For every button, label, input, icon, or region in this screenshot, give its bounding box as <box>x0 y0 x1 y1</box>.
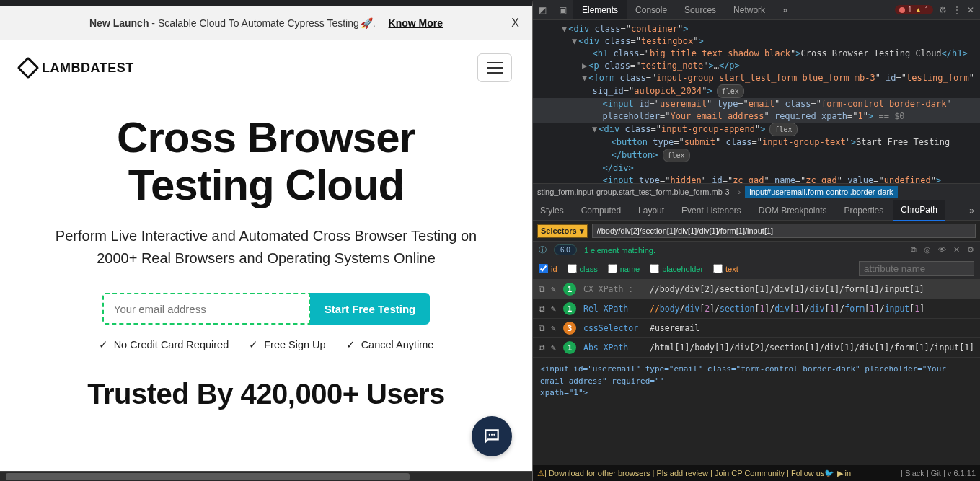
copy-icon[interactable]: ⧉ <box>539 304 545 314</box>
edit-icon[interactable]: ✎ <box>551 323 556 333</box>
match-badge: 1 <box>563 302 576 315</box>
feature-free-signup: Free Sign Up <box>249 339 325 350</box>
attribute-name-input[interactable] <box>859 261 974 276</box>
settings-gear-icon[interactable]: ⚙ <box>939 5 947 15</box>
logo-mark-icon <box>17 56 39 79</box>
subtab-event-listeners[interactable]: Event Listeners <box>674 200 749 221</box>
copy-icon[interactable]: ⧉ <box>539 343 545 353</box>
hero-subtitle: Perform Live Interactive and Automated C… <box>29 225 503 270</box>
chat-icon <box>482 427 501 446</box>
more-menu-icon[interactable]: ⋮ <box>953 5 961 15</box>
hero-section: Cross Browser Testing Cloud Perform Live… <box>0 89 532 410</box>
info-icon[interactable]: ⓘ <box>539 244 547 255</box>
announcement-banner: New Launch - Scalable Cloud To Automate … <box>0 6 532 40</box>
subtab-more-icon[interactable]: » <box>963 206 980 216</box>
subtab-computed[interactable]: Computed <box>574 200 628 221</box>
row-abs-xpath[interactable]: ⧉✎ 1 Abs XPath /html[1]/body[1]/div[2]/s… <box>533 338 980 358</box>
version-pill: 6.0 <box>554 244 577 255</box>
trusted-by-heading: Trusted By 420,000+ Users <box>29 378 503 410</box>
dom-breadcrumb[interactable]: sting_form.input-group.start_test_form.b… <box>533 183 980 200</box>
top-nav: LAMBDATEST <box>0 40 532 89</box>
chk-text[interactable]: text <box>713 264 738 273</box>
subtab-styles[interactable]: Styles <box>533 200 571 221</box>
elements-subtabs: Styles Computed Layout Event Listeners D… <box>533 200 980 221</box>
chk-name[interactable]: name <box>608 264 640 273</box>
email-input[interactable] <box>102 293 310 325</box>
chat-fab-button[interactable] <box>472 416 512 456</box>
selectors-table: ⧉✎ 1 CX XPath : //body/div[2]/section[1]… <box>533 280 980 358</box>
dom-selected-node[interactable]: <input id="useremail" type="email" class… <box>533 98 980 110</box>
copy-icon[interactable]: ⧉ <box>539 284 545 294</box>
xpath-input[interactable] <box>592 224 976 238</box>
tab-more[interactable]: » <box>774 0 796 19</box>
twitter-icon[interactable]: 🐦 <box>824 469 834 478</box>
svg-point-0 <box>489 434 490 436</box>
chropath-footer: ⚠ | Download for other browsers | Pls ad… <box>533 465 980 481</box>
website-pane: New Launch - Scalable Cloud To Automate … <box>0 0 533 481</box>
tools-icon[interactable]: ✕ <box>953 245 960 255</box>
match-badge: 1 <box>563 341 576 354</box>
subtab-dom-breakpoints[interactable]: DOM Breakpoints <box>751 200 834 221</box>
devtools-tabs: Elements Console Sources Network » <box>573 0 796 19</box>
scrollbar-thumb[interactable] <box>6 473 410 480</box>
hamburger-icon <box>487 67 503 69</box>
matching-count: 1 element matching. <box>584 246 655 255</box>
menu-toggle-button[interactable] <box>477 53 512 82</box>
row-rel-xpath[interactable]: ⧉✎ 1 Rel XPath //body/div[2]/section[1]/… <box>533 299 980 319</box>
match-badge: 1 <box>563 283 576 296</box>
know-more-link[interactable]: Know More <box>389 17 443 29</box>
rocket-icon: 🚀 <box>361 17 373 29</box>
device-toggle-icon[interactable]: ▣ <box>553 5 572 15</box>
youtube-icon[interactable]: ▶ <box>837 469 843 478</box>
error-badge[interactable]: 1 ▲1 <box>895 5 933 14</box>
breadcrumb-selected[interactable]: input#useremail.form-control.border-dark <box>745 186 897 198</box>
subtab-layout[interactable]: Layout <box>631 200 671 221</box>
svg-point-1 <box>491 434 493 436</box>
dom-tree[interactable]: ▼<div class="container"> ▼<div class="te… <box>533 20 980 183</box>
hero-title: Cross Browser Testing Cloud <box>29 114 503 209</box>
chk-placeholder[interactable]: placeholder <box>650 264 703 273</box>
copy-icon[interactable]: ⧉ <box>539 323 545 333</box>
close-devtools-icon[interactable]: ✕ <box>967 5 974 15</box>
start-free-testing-button[interactable]: Start Free Testing <box>310 293 430 325</box>
selectors-dropdown[interactable]: Selectors <box>537 224 588 238</box>
horizontal-scrollbar[interactable] <box>0 471 532 481</box>
linkedin-icon[interactable]: in <box>845 469 852 477</box>
record-icon[interactable]: ◎ <box>924 245 931 255</box>
feature-row: No Credit Card Required Free Sign Up Can… <box>29 339 503 350</box>
tab-sources[interactable]: Sources <box>676 0 725 19</box>
attribute-filter-row: id class name placeholder text <box>533 258 980 280</box>
devtools-toolbar: ◩ ▣ Elements Console Sources Network » 1… <box>533 0 980 20</box>
match-badge: 3 <box>563 322 576 335</box>
svg-point-2 <box>493 434 495 436</box>
feature-cancel: Cancel Anytime <box>346 339 434 350</box>
subtab-properties[interactable]: Properties <box>837 200 891 221</box>
brand-logo[interactable]: LAMBDATEST <box>20 60 134 76</box>
rel-xpath-value: //body/div[2]/section[1]/div[1]/div[1]/f… <box>650 304 924 314</box>
devtools-pane: ◩ ▣ Elements Console Sources Network » 1… <box>533 0 980 481</box>
subtab-chropath[interactable]: ChroPath <box>893 200 945 221</box>
edit-icon[interactable]: ✎ <box>551 304 556 314</box>
gear-icon[interactable]: ⚙ <box>967 245 974 255</box>
edit-icon[interactable]: ✎ <box>551 284 556 294</box>
signup-form: Start Free Testing <box>29 293 503 325</box>
chropath-panel: Selectors ⓘ 6.0 1 element matching. ⧉ ◎ … <box>533 221 980 481</box>
tab-console[interactable]: Console <box>627 0 676 19</box>
tab-network[interactable]: Network <box>725 0 774 19</box>
chk-id[interactable]: id <box>539 264 557 273</box>
eye-icon[interactable]: 👁 <box>938 245 946 255</box>
banner-close-button[interactable]: X <box>511 17 519 30</box>
row-css-selector[interactable]: ⧉✎ 3 cssSelector #useremail <box>533 319 980 338</box>
row-cx-xpath[interactable]: ⧉✎ 1 CX XPath : //body/div[2]/section[1]… <box>533 280 980 299</box>
brand-text: LAMBDATEST <box>42 61 134 76</box>
tab-elements[interactable]: Elements <box>573 0 627 19</box>
copy-icon[interactable]: ⧉ <box>911 245 917 255</box>
banner-text: - Scalable Cloud To Automate Cypress Tes… <box>149 17 358 29</box>
inspect-icon[interactable]: ◩ <box>533 5 552 15</box>
chk-class[interactable]: class <box>568 264 598 273</box>
footer-warn-icon: ⚠ <box>537 469 544 478</box>
feature-no-card: No Credit Card Required <box>99 339 229 350</box>
element-snippet: <input id="useremail" type="email" class… <box>533 358 980 465</box>
banner-bold: New Launch <box>89 17 149 29</box>
edit-icon[interactable]: ✎ <box>551 343 556 353</box>
